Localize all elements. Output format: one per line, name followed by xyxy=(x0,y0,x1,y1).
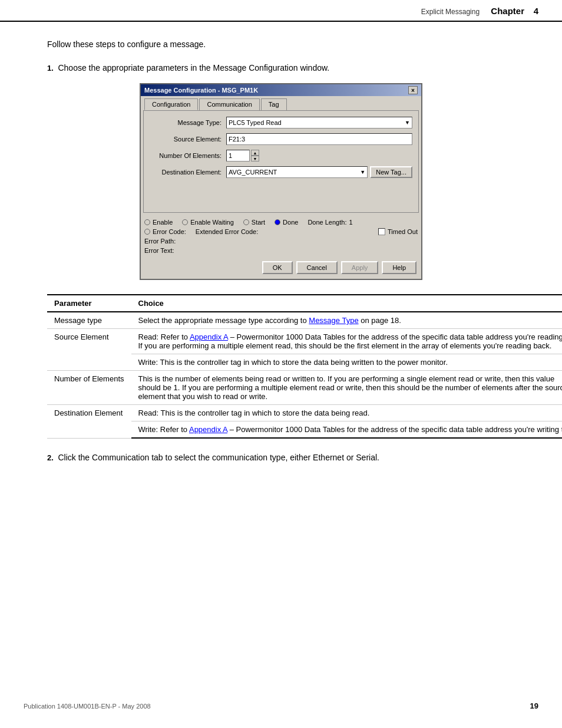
dialog-status-area: Enable Enable Waiting Start Done xyxy=(141,216,421,259)
header-chapter-label: Chapter xyxy=(491,6,524,16)
table-row: Message type Select the appropriate mess… xyxy=(47,312,562,329)
tab-tag[interactable]: Tag xyxy=(261,98,287,110)
source-element-input[interactable] xyxy=(226,133,412,145)
step-2: 2. Click the Communication tab to select… xyxy=(47,453,515,462)
message-type-label: Message Type: xyxy=(150,119,226,126)
destination-element-field: Destination Element: AVG_CURRENT ▼ New T… xyxy=(150,166,412,178)
num-elements-spinner: ▲ ▼ xyxy=(226,150,259,162)
choice-destination-read: Read: This is the controller tag in whic… xyxy=(131,405,563,421)
num-elements-label: Number Of Elements: xyxy=(150,152,226,159)
done-length-value: 1 xyxy=(349,219,352,226)
spinner-down[interactable]: ▼ xyxy=(251,156,259,162)
error-path-label: Error Path: xyxy=(144,238,176,245)
choice-source-read: Read: Refer to Appendix A – Powermonitor… xyxy=(131,329,563,354)
message-type-value: PLC5 Typed Read xyxy=(229,119,282,126)
choice-source-write: Write: This is the controller tag in whi… xyxy=(131,354,563,371)
num-elements-field: Number Of Elements: ▲ ▼ xyxy=(150,150,412,162)
done-length-label: Done Length: xyxy=(308,219,346,226)
new-tag-button[interactable]: New Tag... xyxy=(370,166,412,178)
start-radio[interactable] xyxy=(243,219,249,225)
header-chapter-number: 4 xyxy=(534,6,538,16)
tab-configuration[interactable]: Configuration xyxy=(144,98,198,110)
dialog-buttons: OK Cancel Apply Help xyxy=(141,259,421,279)
step-2-number: 2. xyxy=(47,453,54,462)
dialog-titlebar: Message Configuration - MSG_PM1K × xyxy=(141,84,421,96)
destination-label: Destination Element: xyxy=(150,169,226,176)
status-row-1: Enable Enable Waiting Start Done xyxy=(144,219,418,226)
source-element-label: Source Element: xyxy=(150,136,226,143)
dialog-body: Message Type: PLC5 Typed Read ▼ Source E… xyxy=(143,110,419,213)
param-message-type: Message type xyxy=(47,312,131,329)
table-header: Parameter Choice xyxy=(47,295,562,312)
status-enable: Enable xyxy=(144,219,173,226)
dialog-tabs: Configuration Communication Tag xyxy=(141,96,421,110)
status-extended-error: Extended Error Code: xyxy=(196,228,258,235)
num-elements-input[interactable] xyxy=(226,150,250,162)
step-1-label: 1. Choose the appropriate parameters in … xyxy=(47,63,515,73)
ok-button[interactable]: OK xyxy=(262,261,293,274)
enable-waiting-radio[interactable] xyxy=(182,219,188,225)
timed-out-checkbox[interactable] xyxy=(378,228,385,235)
enable-label: Enable xyxy=(153,219,173,226)
start-label: Start xyxy=(252,219,265,226)
spinner-up[interactable]: ▲ xyxy=(251,150,259,156)
param-destination: Destination Element xyxy=(47,405,131,439)
table-header-row: Parameter Choice xyxy=(47,295,562,312)
destination-dropdown-arrow: ▼ xyxy=(360,169,365,175)
status-row-3: Error Path: xyxy=(144,238,418,245)
choice-message-type: Select the appropriate message type acco… xyxy=(131,312,563,329)
step-2-text: Click the Communication tab to select th… xyxy=(58,453,379,462)
source-element-field: Source Element: xyxy=(150,133,412,145)
param-num-elements: Number of Elements xyxy=(47,371,131,405)
page-content: Follow these steps to configure a messag… xyxy=(0,22,562,494)
status-timed-out: Timed Out xyxy=(378,228,418,235)
apply-button[interactable]: Apply xyxy=(341,261,379,274)
dialog-close-btn[interactable]: × xyxy=(408,86,418,94)
col-parameter: Parameter xyxy=(47,295,131,312)
parameter-table: Parameter Choice Message type Select the… xyxy=(47,294,562,439)
error-code-label: Error Code: xyxy=(153,228,186,235)
status-enable-waiting: Enable Waiting xyxy=(182,219,234,226)
done-radio[interactable] xyxy=(275,219,280,225)
enable-waiting-label: Enable Waiting xyxy=(190,219,234,226)
table-row: Number of Elements This is the number of… xyxy=(47,371,562,405)
choice-destination-write: Write: Refer to Appendix A – Powermonito… xyxy=(131,421,563,439)
extended-error-label: Extended Error Code: xyxy=(196,228,258,235)
step-1-text: Choose the appropriate parameters in the… xyxy=(58,63,329,73)
dialog-spacer xyxy=(150,183,412,206)
destination-input-group: AVG_CURRENT ▼ New Tag... xyxy=(226,166,412,178)
param-source-element: Source Element xyxy=(47,329,131,371)
page-footer: Publication 1408-UM001B-EN-P - May 2008 … xyxy=(0,696,562,716)
status-done: Done xyxy=(275,219,298,226)
dialog-container: Message Configuration - MSG_PM1K × Confi… xyxy=(140,83,422,280)
help-button[interactable]: Help xyxy=(382,261,416,274)
step-1-number: 1. xyxy=(47,64,54,73)
header-right: Explicit Messaging Chapter 4 xyxy=(421,6,538,16)
dialog-window: Message Configuration - MSG_PM1K × Confi… xyxy=(140,83,422,280)
status-row-4: Error Text: xyxy=(144,247,418,254)
appendix-a-link-2[interactable]: Appendix A xyxy=(189,425,227,434)
message-type-link[interactable]: Message Type xyxy=(309,316,358,325)
table-row: Source Element Read: Refer to Appendix A… xyxy=(47,329,562,354)
message-type-dropdown[interactable]: PLC5 Typed Read ▼ xyxy=(226,117,412,129)
error-text-label: Error Text: xyxy=(144,247,174,254)
col-choice: Choice xyxy=(131,295,563,312)
footer-page-number: 19 xyxy=(530,701,538,710)
done-label: Done xyxy=(283,219,298,226)
error-code-radio[interactable] xyxy=(144,229,150,235)
timed-out-label: Timed Out xyxy=(388,228,418,235)
enable-radio[interactable] xyxy=(144,219,150,225)
intro-text: Follow these steps to configure a messag… xyxy=(47,39,515,49)
status-done-length: Done Length: 1 xyxy=(308,219,352,226)
destination-dropdown[interactable]: AVG_CURRENT ▼ xyxy=(226,166,368,178)
table-body: Message type Select the appropriate mess… xyxy=(47,312,562,438)
cancel-button[interactable]: Cancel xyxy=(296,261,338,274)
footer-publication: Publication 1408-UM001B-EN-P - May 2008 xyxy=(24,703,151,710)
status-row-2: Error Code: Extended Error Code: Timed O… xyxy=(144,228,418,235)
appendix-a-link-1[interactable]: Appendix A xyxy=(190,332,228,341)
tab-communication[interactable]: Communication xyxy=(199,98,259,110)
step-1: 1. Choose the appropriate parameters in … xyxy=(47,63,515,280)
message-type-field: Message Type: PLC5 Typed Read ▼ xyxy=(150,117,412,129)
choice-num-elements: This is the number of elements being rea… xyxy=(131,371,563,405)
dropdown-arrow: ▼ xyxy=(405,120,410,126)
